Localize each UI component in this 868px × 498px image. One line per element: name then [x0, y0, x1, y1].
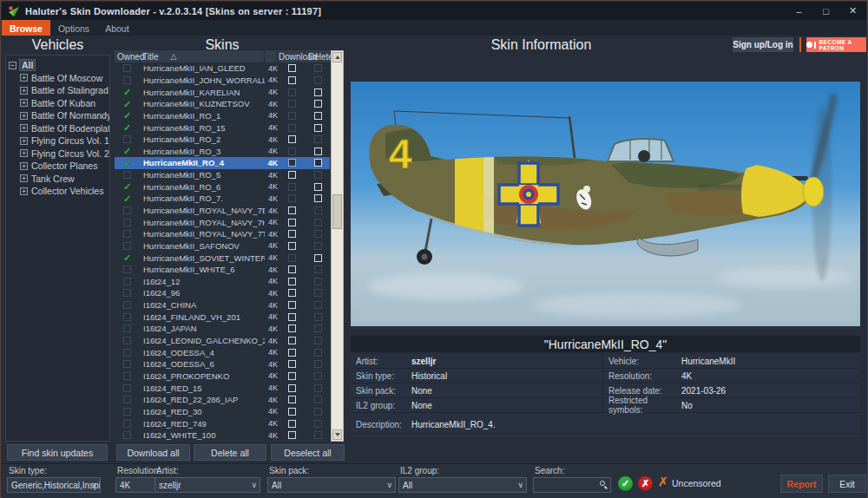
skin-row[interactable]: ✓HurricaneMkII_RO_14K [115, 110, 330, 122]
close-button[interactable]: ✕ [839, 2, 866, 20]
delete-cell[interactable] [306, 346, 330, 358]
delete-cell[interactable] [306, 110, 330, 122]
exit-button[interactable]: Exit [828, 475, 866, 493]
delete-checkbox[interactable] [314, 372, 322, 380]
download-cell[interactable] [278, 358, 306, 370]
delete-checkbox[interactable] [314, 100, 322, 108]
delete-checkbox[interactable] [314, 194, 322, 202]
delete-cell[interactable] [306, 180, 330, 193]
download-cell[interactable] [278, 382, 306, 394]
find-skin-updates-button[interactable]: Find skin updates [7, 444, 108, 461]
delete-cell[interactable] [306, 358, 330, 370]
download-checkbox[interactable] [288, 112, 296, 120]
tree-item[interactable]: +Battle Of Normandy [20, 110, 107, 121]
delete-checkbox[interactable] [314, 408, 322, 416]
skin-row[interactable]: HurricaneMkII_SAFONOV4K [115, 240, 330, 252]
delete-cell[interactable] [306, 323, 330, 335]
delete-checkbox[interactable] [314, 135, 322, 143]
column-title[interactable]: Title △ [140, 50, 265, 62]
delete-cell[interactable] [306, 417, 330, 429]
skin-row[interactable]: HurricaneMkII_ROYAL_NAVY_7T4K [115, 228, 330, 240]
delete-cell[interactable] [306, 145, 330, 157]
skin-row[interactable]: ✓HurricaneMkII_RO_64K [115, 180, 330, 193]
tree-root[interactable]: − All [9, 60, 107, 70]
download-cell[interactable] [278, 299, 306, 311]
delete-cell[interactable] [306, 228, 330, 240]
expand-plus-icon[interactable]: + [20, 162, 28, 170]
delete-checkbox[interactable] [314, 147, 322, 155]
download-cell[interactable] [278, 370, 306, 383]
tree-item[interactable]: +Battle Of Moscow [20, 72, 107, 83]
collapse-icon[interactable]: − [9, 62, 16, 69]
filter-skin-pack-select[interactable]: All∨ [267, 477, 396, 493]
skin-row[interactable]: ✓HurricaneMkII_KUZNETSOV4K [115, 98, 330, 110]
column-resolution[interactable] [265, 50, 278, 62]
delete-checkbox[interactable] [314, 396, 322, 403]
skin-row[interactable]: I16t24_JAPAN4K [115, 323, 330, 335]
maximize-button[interactable]: □ [812, 2, 839, 20]
delete-cell[interactable] [306, 287, 330, 299]
filter-artist-select[interactable]: szelljr∨ [155, 477, 260, 493]
skin-row[interactable]: HurricaneMkII_JOHN_WORRALL4K [115, 75, 330, 87]
delete-checkbox[interactable] [314, 420, 322, 428]
download-cell[interactable] [278, 311, 306, 323]
delete-cell[interactable] [306, 370, 330, 383]
delete-cell[interactable] [306, 157, 330, 169]
tree-item[interactable]: +Tank Crew [20, 173, 107, 184]
delete-checkbox[interactable] [314, 159, 322, 167]
delete-checkbox[interactable] [314, 242, 322, 250]
column-delete[interactable]: Delete [306, 50, 330, 62]
expand-plus-icon[interactable]: + [20, 187, 28, 195]
download-checkbox[interactable] [288, 384, 296, 392]
column-owned[interactable]: Owned [115, 50, 140, 62]
download-checkbox[interactable] [288, 135, 296, 143]
expand-plus-icon[interactable]: + [20, 112, 28, 120]
download-checkbox[interactable] [288, 396, 296, 403]
download-cell[interactable] [278, 98, 306, 110]
download-checkbox[interactable] [288, 337, 296, 344]
download-checkbox[interactable] [288, 219, 296, 226]
skin-row[interactable]: I16t24_124K [115, 276, 330, 288]
delete-cell[interactable] [306, 406, 330, 418]
expand-plus-icon[interactable]: + [20, 99, 28, 107]
download-cell[interactable] [278, 193, 306, 205]
skin-row[interactable]: I16t24_ODESSA_44K [115, 346, 330, 358]
download-checkbox[interactable] [288, 349, 296, 357]
expand-plus-icon[interactable]: + [20, 74, 28, 82]
delete-cell[interactable] [306, 75, 330, 87]
deselect-all-button[interactable]: Deselect all [271, 444, 345, 461]
download-checkbox[interactable] [288, 230, 296, 238]
scroll-down-icon[interactable] [332, 429, 342, 440]
download-checkbox[interactable] [288, 408, 296, 416]
skin-row[interactable]: I16t24_FINLAND_VH_2014K [115, 311, 330, 323]
skins-scrollbar[interactable] [331, 50, 344, 442]
delete-cell[interactable] [306, 299, 330, 311]
download-cell[interactable] [278, 429, 306, 442]
skin-row[interactable]: I16t24_WHITE_1004K [115, 429, 330, 442]
download-cell[interactable] [278, 134, 306, 146]
expand-plus-icon[interactable]: + [20, 174, 28, 182]
download-cell[interactable] [278, 276, 306, 288]
skin-row[interactable]: I16t24_RED_22_286_IAP4K [115, 394, 330, 406]
download-checkbox[interactable] [288, 171, 296, 179]
download-checkbox[interactable] [288, 254, 296, 262]
download-cell[interactable] [278, 346, 306, 358]
delete-checkbox[interactable] [314, 313, 322, 321]
delete-cell[interactable] [306, 264, 330, 276]
download-checkbox[interactable] [288, 100, 296, 108]
delete-cell[interactable] [306, 169, 330, 181]
delete-checkbox[interactable] [314, 360, 322, 368]
download-cell[interactable] [278, 287, 306, 299]
delete-checkbox[interactable] [314, 171, 322, 179]
delete-cell[interactable] [306, 276, 330, 288]
delete-cell[interactable] [306, 205, 330, 217]
delete-cell[interactable] [306, 98, 330, 110]
skin-row[interactable]: I16t24_964K [115, 287, 330, 299]
download-checkbox[interactable] [288, 159, 296, 167]
expand-plus-icon[interactable]: + [20, 137, 28, 145]
delete-cell[interactable] [306, 134, 330, 146]
tree-root-label[interactable]: All [20, 60, 35, 70]
download-cell[interactable] [278, 335, 306, 347]
minimize-button[interactable]: – [786, 2, 812, 20]
download-cell[interactable] [278, 417, 306, 429]
